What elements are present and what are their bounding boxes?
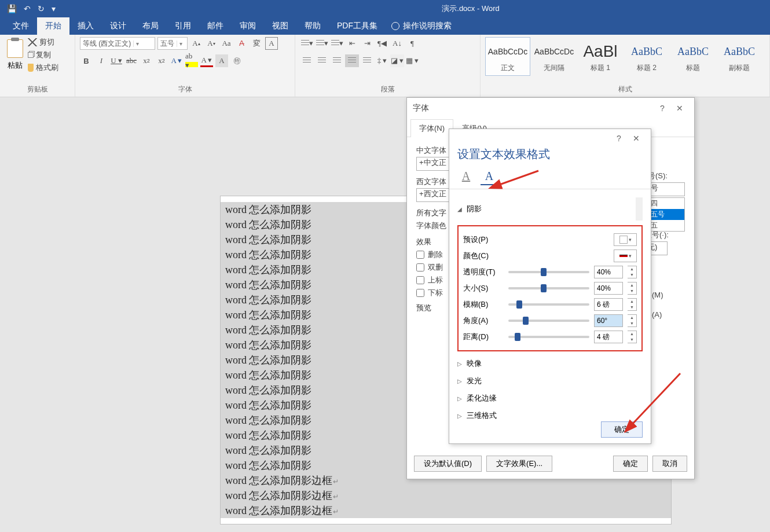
bold-button[interactable]: B — [80, 54, 93, 67]
align-dist-button[interactable] — [360, 54, 374, 67]
style-normal[interactable]: AaBbCcDc正文 — [485, 37, 530, 76]
change-case-button[interactable]: Aa — [220, 37, 233, 50]
superscript-button[interactable]: x2 — [155, 54, 168, 67]
tab-home[interactable]: 开始 — [37, 17, 69, 35]
fx-mode-effects[interactable]: A — [481, 168, 498, 185]
font-size-combo[interactable]: 五号▾ — [157, 37, 188, 50]
undo-icon[interactable]: ↶ — [24, 4, 31, 13]
tell-me[interactable]: 操作说明搜索 — [386, 17, 457, 35]
grow-font-button[interactable]: A▴ — [190, 37, 203, 50]
brush-button[interactable]: 格式刷 — [28, 63, 58, 73]
redo-icon[interactable]: ↻ — [38, 4, 45, 13]
ltr-button[interactable]: ¶◀ — [375, 37, 389, 50]
size-input[interactable]: 号 — [648, 182, 685, 196]
italic-button[interactable]: I — [95, 54, 108, 67]
indent-dec-button[interactable]: ⇤ — [345, 37, 359, 50]
style-subtitle[interactable]: AaBbC副标题 — [717, 37, 762, 76]
font-name-combo[interactable]: 等线 (西文正文)▾ — [80, 37, 155, 50]
tab-file[interactable]: 文件 — [5, 17, 37, 35]
char-border-button[interactable]: A — [265, 37, 278, 50]
highlight-button[interactable]: ab ▾ — [185, 54, 198, 67]
tab-pdf[interactable]: PDF工具集 — [329, 17, 386, 35]
distance-value[interactable]: 4 磅 — [594, 331, 623, 343]
bullets-button[interactable]: ▾ — [300, 37, 314, 50]
cn-font-input[interactable]: +中文正 — [416, 157, 451, 171]
align-left-button[interactable] — [300, 54, 314, 67]
font-color-button[interactable]: A ▾ — [200, 54, 213, 67]
close-icon[interactable]: ✕ — [671, 104, 688, 113]
en-font-input[interactable]: +西文正 — [416, 188, 451, 202]
fx-mode-fill[interactable]: A — [457, 168, 475, 185]
align-center-button[interactable] — [315, 54, 329, 67]
fx-ok-button[interactable]: 确定 — [601, 421, 643, 438]
line-spacing-button[interactable]: ‡ ▾ — [375, 54, 389, 67]
styles-gallery[interactable]: AaBbCcDc正文 AaBbCcDc无间隔 AaBl标题 1 AaBbC标题 … — [485, 37, 762, 76]
tab-view[interactable]: 视图 — [264, 17, 296, 35]
borders-button[interactable]: ▦ ▾ — [405, 54, 419, 67]
angle-slider[interactable] — [508, 320, 589, 322]
tab-insert[interactable]: 插入 — [69, 17, 102, 35]
angle-value[interactable]: 60° — [594, 314, 623, 327]
tab-mail[interactable]: 邮件 — [199, 17, 232, 35]
shrink-font-button[interactable]: A▾ — [205, 37, 218, 50]
strike-button[interactable]: abc — [125, 54, 138, 67]
blur-spinner[interactable]: ▲▼ — [628, 298, 637, 311]
style-heading1[interactable]: AaBl标题 1 — [578, 37, 623, 76]
help-icon[interactable]: ? — [654, 104, 671, 113]
tab-help[interactable]: 帮助 — [296, 17, 329, 35]
transparency-value[interactable]: 40% — [594, 266, 623, 278]
fx-help-icon[interactable]: ? — [610, 134, 628, 143]
paste-button[interactable]: 粘贴 — [5, 37, 25, 73]
align-right-button[interactable] — [330, 54, 344, 67]
char-shading-button[interactable]: A — [215, 54, 228, 67]
set-default-button[interactable]: 设为默认值(D) — [414, 456, 482, 472]
angle-spinner[interactable]: ▲▼ — [628, 314, 637, 327]
qat-more-icon[interactable]: ▾ — [52, 4, 56, 13]
fx-close-icon[interactable]: ✕ — [628, 134, 645, 143]
cat-glow[interactable]: ▷发光 — [457, 372, 643, 390]
distance-spinner[interactable]: ▲▼ — [628, 331, 637, 343]
blur-value[interactable]: 6 磅 — [594, 298, 623, 311]
color-button[interactable]: ▾ — [614, 250, 637, 262]
numbering-button[interactable]: ▾ — [315, 37, 329, 50]
enclose-char-button[interactable]: ㊕ — [230, 54, 243, 67]
save-icon[interactable]: 💾 — [7, 4, 17, 13]
ok-button[interactable]: 确定 — [613, 456, 648, 472]
show-marks-button[interactable]: ¶ — [405, 37, 419, 50]
indent-inc-button[interactable]: ⇥ — [360, 37, 374, 50]
style-title[interactable]: AaBbC标题 — [670, 37, 716, 76]
align-justify-button[interactable] — [345, 54, 359, 67]
cancel-button[interactable]: 取消 — [652, 456, 687, 472]
cut-button[interactable]: 剪切 — [28, 37, 58, 47]
multilevel-button[interactable]: ▾ — [330, 37, 344, 50]
clear-format-button[interactable]: A̶ — [235, 37, 248, 50]
cat-reflect[interactable]: ▷映像 — [457, 355, 643, 372]
shading-button[interactable]: ◪ ▾ — [390, 54, 404, 67]
distance-slider[interactable] — [508, 336, 589, 338]
text-effects-button[interactable]: A ▾ — [170, 54, 183, 67]
tab-review[interactable]: 审阅 — [232, 17, 264, 35]
transparency-spinner[interactable]: ▲▼ — [628, 266, 637, 278]
text-effects-button-dlg[interactable]: 文字效果(E)... — [486, 456, 552, 472]
tab-layout[interactable]: 布局 — [134, 17, 167, 35]
size-slider[interactable] — [508, 287, 589, 289]
blur-slider[interactable] — [508, 303, 589, 306]
size-options[interactable]: 四 五号 五 — [648, 197, 685, 232]
cat-soft[interactable]: ▷柔化边缘 — [457, 390, 643, 407]
tab-design[interactable]: 设计 — [102, 17, 134, 35]
tab-font-n[interactable]: 字体(N) — [410, 119, 453, 137]
preset-button[interactable]: ▾ — [614, 233, 637, 246]
underline-button[interactable]: U ▾ — [110, 54, 123, 67]
subscript-button[interactable]: x2 — [140, 54, 153, 67]
cat-shadow[interactable]: ◢ 阴影 — [457, 194, 643, 224]
copy-button[interactable]: 复制 — [28, 50, 58, 60]
scrollbar[interactable] — [636, 197, 643, 221]
sort-button[interactable]: A↓ — [390, 37, 404, 50]
size-spinner[interactable]: ▲▼ — [628, 282, 637, 295]
tab-references[interactable]: 引用 — [167, 17, 199, 35]
transparency-slider[interactable] — [508, 271, 589, 273]
size-value[interactable]: 40% — [594, 282, 623, 295]
phonetic-button[interactable]: 変 — [250, 37, 263, 50]
style-heading2[interactable]: AaBbC标题 2 — [624, 37, 669, 76]
style-nospacing[interactable]: AaBbCcDc无间隔 — [531, 37, 577, 76]
